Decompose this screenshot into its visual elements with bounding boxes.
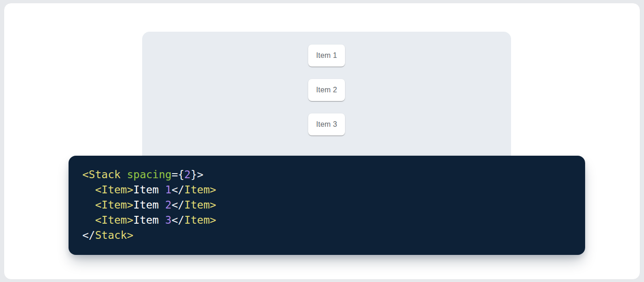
code-line: <Stack spacing={2}> [82, 167, 571, 182]
code-token-punctuation: > [197, 169, 203, 180]
code-token-punctuation: } [190, 169, 197, 180]
code-token-punctuation: </ [172, 184, 184, 196]
code-token-punctuation: </ [172, 214, 184, 226]
code-token-text [82, 184, 95, 196]
code-line: <Item>Item 1</Item> [82, 182, 571, 197]
item-card: Item 2 [308, 79, 345, 101]
code-token-punctuation: = [172, 169, 178, 180]
code-token-punctuation: </ [82, 229, 95, 241]
code-token-text: Item [133, 214, 165, 226]
code-token-text [121, 169, 127, 180]
code-token-text: Item [133, 199, 165, 211]
item-label: Item 1 [316, 51, 337, 60]
code-token-tag: <Item> [95, 199, 133, 211]
code-token-text [82, 214, 95, 226]
item-card: Item 1 [308, 45, 345, 67]
code-token-attr: spacing [127, 169, 172, 180]
app-card: Item 1Item 2Item 3 <Stack spacing={2}> <… [4, 3, 640, 280]
code-token-tag: <Item> [95, 184, 133, 196]
code-block: <Stack spacing={2}> <Item>Item 1</Item> … [69, 156, 585, 255]
code-line: <Item>Item 2</Item> [82, 197, 571, 213]
item-card: Item 3 [308, 113, 345, 135]
code-token-number: 3 [165, 214, 172, 226]
code-token-text: Item [133, 184, 165, 196]
item-label: Item 3 [316, 120, 337, 129]
code-token-tag: Item> [184, 199, 216, 211]
stack-demo: Item 1Item 2Item 3 [142, 32, 511, 135]
code-token-tag: <Item> [95, 214, 133, 226]
code-token-number: 2 [184, 169, 191, 180]
code-token-tag: <Stack [82, 169, 121, 180]
code-token-text [82, 199, 95, 211]
item-label: Item 2 [316, 86, 337, 94]
code-lines: <Stack spacing={2}> <Item>Item 1</Item> … [82, 167, 571, 243]
code-token-tag: Stack> [95, 229, 133, 241]
code-token-punctuation: { [178, 169, 184, 180]
code-token-number: 2 [165, 199, 172, 211]
code-token-tag: Item> [184, 184, 216, 196]
code-line: </Stack> [82, 228, 571, 243]
code-token-number: 1 [165, 184, 172, 196]
code-token-tag: Item> [184, 214, 216, 226]
code-token-punctuation: </ [172, 199, 184, 211]
code-line: <Item>Item 3</Item> [82, 213, 571, 228]
demo-panel: Item 1Item 2Item 3 [142, 32, 511, 165]
